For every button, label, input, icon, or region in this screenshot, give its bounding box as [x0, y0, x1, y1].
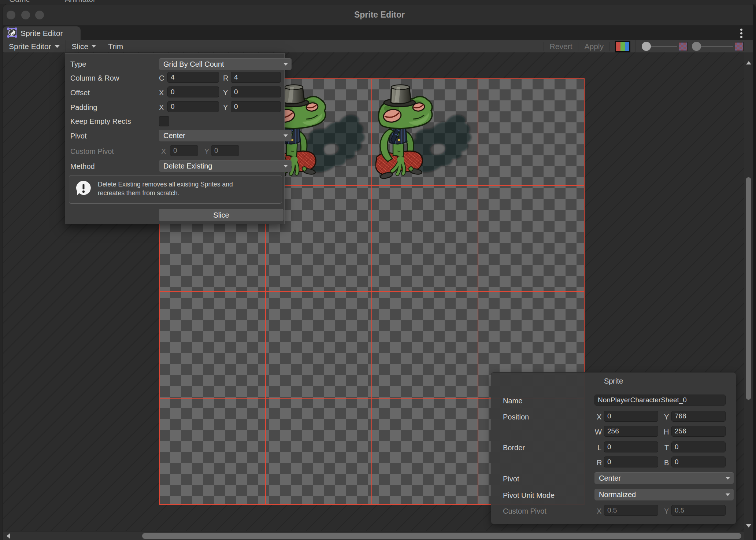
window-titlebar[interactable]: Sprite Editor — [3, 4, 756, 26]
tab-sprite-editor[interactable]: Sprite Editor — [3, 26, 81, 40]
sprite-editor-mode-dropdown[interactable]: Sprite Editor — [3, 40, 66, 52]
chevron-down-icon — [55, 45, 60, 48]
y-label: Y — [204, 147, 209, 156]
column-count-field[interactable] — [167, 72, 219, 83]
custom-pivot-x-field — [170, 145, 198, 156]
method-label: Method — [70, 162, 95, 171]
revert-button[interactable]: Revert — [544, 42, 579, 51]
border-l-field[interactable] — [604, 441, 658, 452]
pivot-unit-mode-label: Pivot Unit Mode — [503, 491, 555, 500]
b-label: B — [664, 459, 669, 467]
y-label: Y — [664, 507, 669, 515]
chevron-down-icon — [92, 45, 96, 48]
background-tab-animator[interactable]: Animator — [65, 0, 96, 4]
vertical-scrollbar[interactable] — [744, 52, 753, 531]
padding-y-field[interactable] — [231, 101, 281, 112]
position-x-field[interactable] — [604, 411, 658, 422]
y-label: Y — [223, 103, 228, 112]
mipmap-slider[interactable] — [692, 42, 744, 51]
alpha-slider-handle[interactable] — [642, 42, 651, 51]
scroll-up-icon[interactable] — [746, 61, 751, 64]
x-label: X — [159, 103, 164, 112]
custom-pivot-label: Custom Pivot — [503, 507, 546, 515]
chevron-down-icon — [284, 134, 288, 137]
background-tab-strip: Game Animator — [0, 0, 756, 4]
slice-panel: Type Grid By Cell Count Column & Row C R… — [65, 53, 285, 224]
vertical-scrollbar-thumb[interactable] — [746, 177, 751, 400]
toolbar-right-group: Revert Apply — [544, 40, 744, 52]
height-field[interactable] — [671, 426, 726, 437]
method-dropdown[interactable]: Delete Existing — [159, 160, 292, 172]
custom-pivot-y-field — [211, 145, 239, 156]
alpha-slider-track[interactable] — [651, 46, 677, 47]
chevron-down-icon — [726, 493, 730, 496]
horizontal-scrollbar[interactable] — [3, 531, 744, 540]
pivot-dropdown[interactable]: Center — [594, 472, 734, 484]
pivot-value: Center — [599, 474, 621, 482]
type-label: Type — [70, 60, 86, 69]
slice-button[interactable]: Slice — [159, 209, 284, 221]
name-label: Name — [503, 397, 522, 405]
sprite-panel-title: Sprite — [491, 377, 736, 385]
border-r-field[interactable] — [604, 456, 658, 467]
chevron-down-icon — [284, 165, 288, 167]
frog-sprite-2[interactable] — [375, 84, 478, 180]
mipmap-slider-track[interactable] — [701, 46, 733, 47]
padding-x-field[interactable] — [167, 101, 219, 112]
border-b-field[interactable] — [671, 456, 726, 467]
offset-x-field[interactable] — [167, 86, 219, 97]
apply-button[interactable]: Apply — [578, 42, 610, 51]
scrollbar-corner — [744, 531, 753, 540]
h-label: H — [664, 428, 669, 436]
scroll-down-icon[interactable] — [746, 524, 751, 528]
slice-button-label: Slice — [213, 211, 229, 219]
mipmap-icon — [679, 42, 688, 51]
l-label: L — [597, 444, 601, 452]
x-label: X — [159, 89, 164, 97]
sprite-info-panel: Sprite Name Position X Y W H Border L T … — [491, 372, 736, 524]
c-label: C — [159, 74, 164, 82]
mipmap-slider-handle[interactable] — [692, 42, 701, 51]
color-channels-icon[interactable] — [615, 41, 630, 52]
pivot-label: Pivot — [70, 132, 86, 140]
custom-pivot-x-field — [604, 505, 658, 516]
custom-pivot-label: Custom Pivot — [70, 147, 114, 156]
offset-y-field[interactable] — [231, 86, 281, 97]
trim-label: Trim — [108, 42, 123, 51]
y-label: Y — [223, 89, 228, 97]
pivot-unit-mode-dropdown[interactable]: Normalized — [594, 489, 734, 500]
sprite-editor-mode-label: Sprite Editor — [9, 42, 51, 51]
x-label: X — [161, 147, 166, 156]
window-right-border — [753, 4, 756, 540]
slice-menu-button[interactable]: Slice — [66, 40, 103, 52]
alpha-slider[interactable] — [642, 42, 688, 51]
r-label: R — [597, 459, 602, 467]
position-label: Position — [503, 413, 529, 421]
trim-button[interactable]: Trim — [102, 40, 129, 52]
keep-empty-rects-label: Keep Empty Rects — [70, 117, 131, 126]
w-label: W — [595, 428, 602, 436]
background-tab-game[interactable]: Game — [9, 0, 30, 4]
y-label: Y — [664, 413, 669, 421]
slice-menu-label: Slice — [72, 42, 89, 51]
sprite-name-field[interactable] — [594, 395, 726, 406]
horizontal-scrollbar-thumb[interactable] — [142, 533, 741, 539]
scroll-left-icon[interactable] — [7, 533, 10, 539]
mipmap-icon — [735, 42, 744, 51]
width-field[interactable] — [604, 426, 658, 437]
keep-empty-rects-checkbox[interactable] — [159, 116, 169, 126]
grid-line — [159, 291, 585, 292]
slice-type-value: Grid By Cell Count — [163, 60, 224, 69]
column-row-label: Column & Row — [70, 74, 119, 82]
r-label: R — [223, 74, 228, 82]
apply-label: Apply — [584, 42, 604, 51]
position-y-field[interactable] — [671, 411, 726, 422]
pivot-unit-mode-value: Normalized — [599, 491, 636, 499]
pivot-label: Pivot — [503, 475, 519, 483]
x-label: X — [597, 507, 601, 515]
kebab-menu-icon[interactable] — [738, 28, 745, 39]
row-count-field[interactable] — [231, 72, 281, 83]
slice-pivot-dropdown[interactable]: Center — [159, 130, 292, 141]
border-t-field[interactable] — [671, 441, 726, 452]
slice-type-dropdown[interactable]: Grid By Cell Count — [159, 58, 292, 70]
